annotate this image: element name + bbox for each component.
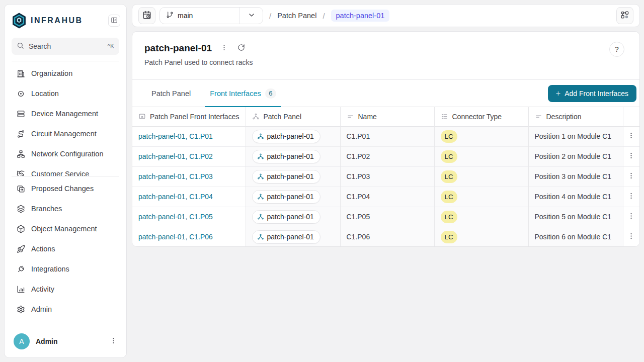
kebab-icon bbox=[627, 192, 635, 201]
network-icon bbox=[17, 150, 25, 158]
chart-icon bbox=[17, 285, 25, 294]
sidebar-item-circuit-management[interactable]: Circuit Management bbox=[5, 124, 126, 144]
help-button[interactable]: ? bbox=[609, 42, 624, 57]
patch-panel-chip[interactable]: patch-panel-01 bbox=[252, 170, 320, 184]
search-shortcut: ^K bbox=[107, 43, 114, 50]
diff-copy-icon bbox=[17, 185, 25, 193]
chip-label: patch-panel-01 bbox=[267, 193, 314, 201]
row-actions-button[interactable] bbox=[625, 150, 637, 162]
logo-wordmark: INFRAHUB bbox=[31, 16, 108, 25]
refresh-button[interactable] bbox=[236, 43, 246, 53]
sidebar-item-proposed-changes[interactable]: Proposed Changes bbox=[5, 178, 126, 199]
branch-selector-value: main bbox=[160, 11, 239, 20]
row-actions-button[interactable] bbox=[625, 191, 637, 203]
column-header-description: Description bbox=[528, 107, 623, 126]
cell-name: C1.P01 bbox=[347, 132, 370, 140]
sidebar-item-branches[interactable]: Branches bbox=[5, 199, 126, 219]
sidebar-item-object-management[interactable]: Object Management bbox=[5, 219, 126, 239]
add-front-interfaces-button[interactable]: + Add Front Interfaces bbox=[548, 85, 636, 102]
patch-panel-chip[interactable]: patch-panel-01 bbox=[252, 230, 320, 244]
object-header: patch-panel-01 Patch Panel used to conne… bbox=[132, 32, 639, 79]
sidebar-item-label: Actions bbox=[31, 245, 55, 253]
branch-selector[interactable]: main bbox=[159, 7, 263, 24]
patch-panel-chip[interactable]: patch-panel-01 bbox=[252, 130, 320, 143]
column-header-label: Patch Panel bbox=[264, 113, 302, 121]
sidebar-item-location[interactable]: Location bbox=[5, 83, 126, 104]
sidebar-item-actions[interactable]: Actions bbox=[5, 239, 126, 259]
plug-icon bbox=[17, 265, 25, 274]
sidebar-item-organization[interactable]: Organization bbox=[5, 63, 126, 83]
sidebar-item-network-configuration[interactable]: Network Configuration bbox=[5, 144, 126, 164]
cell-name: C1.P02 bbox=[347, 152, 370, 160]
sidebar-item-device-management[interactable]: Device Management bbox=[5, 104, 126, 124]
row-actions-button[interactable] bbox=[625, 211, 637, 223]
sidebar-item-customer-service[interactable]: Customer Service bbox=[5, 164, 126, 176]
column-header-name: Name bbox=[340, 107, 434, 126]
column-header-label: Description bbox=[546, 113, 582, 121]
main-panel: patch-panel-01 Patch Panel used to conne… bbox=[132, 31, 640, 247]
title-menu-button[interactable] bbox=[219, 43, 229, 53]
row-actions-button[interactable] bbox=[625, 130, 637, 142]
sidebar-item-integrations[interactable]: Integrations bbox=[5, 259, 126, 279]
page-title: patch-panel-01 bbox=[144, 43, 212, 54]
avatar[interactable]: A bbox=[14, 333, 30, 349]
sidebar-item-label: Integrations bbox=[31, 265, 69, 273]
table-body: patch-panel-01, C1.P01patch-panel-01C1.P… bbox=[132, 126, 639, 247]
table-row: patch-panel-01, C1.P01patch-panel-01C1.P… bbox=[132, 126, 639, 146]
text-icon bbox=[347, 113, 354, 120]
search-input[interactable]: Search ^K bbox=[12, 38, 119, 55]
user-name: Admin bbox=[36, 337, 107, 345]
calendar-clock-icon bbox=[142, 11, 151, 21]
row-link[interactable]: patch-panel-01, C1.P01 bbox=[138, 132, 213, 140]
tab-patch-panel[interactable]: Patch Panel bbox=[146, 80, 196, 107]
row-link[interactable]: patch-panel-01, C1.P03 bbox=[138, 172, 213, 180]
patch-panel-chip[interactable]: patch-panel-01 bbox=[252, 210, 320, 224]
sidebar-collapse-button[interactable] bbox=[108, 15, 120, 27]
sidebar-secondary-menu: Proposed ChangesBranchesObject Managemen… bbox=[5, 176, 126, 321]
connector-type-badge: LC bbox=[441, 150, 457, 163]
table-row: patch-panel-01, C1.P03patch-panel-01C1.P… bbox=[132, 166, 639, 187]
kebab-icon bbox=[220, 44, 228, 53]
list-icon bbox=[441, 113, 448, 120]
tab-front-interfaces[interactable]: Front Interfaces 6 bbox=[205, 80, 281, 107]
sidebar-item-admin[interactable]: Admin bbox=[5, 299, 126, 319]
user-menu-button[interactable] bbox=[107, 335, 119, 347]
connector-type-badge: LC bbox=[441, 170, 457, 183]
chip-label: patch-panel-01 bbox=[267, 213, 314, 221]
row-link[interactable]: patch-panel-01, C1.P05 bbox=[138, 213, 213, 221]
chip-label: patch-panel-01 bbox=[267, 233, 314, 241]
kebab-icon bbox=[627, 212, 635, 221]
graphql-sandbox-button[interactable] bbox=[616, 7, 633, 24]
row-actions-button[interactable] bbox=[625, 170, 637, 183]
chip-label: patch-panel-01 bbox=[267, 152, 314, 160]
row-actions-button[interactable] bbox=[625, 231, 637, 243]
tab-label: Patch Panel bbox=[151, 89, 191, 98]
hierarchy-icon bbox=[257, 153, 264, 160]
tab-count-badge: 6 bbox=[265, 88, 276, 99]
table-header-row: Patch Panel Front InterfacesPatch PanelN… bbox=[132, 107, 639, 126]
cell-description: Position 4 on Module C1 bbox=[535, 193, 612, 201]
breadcrumb-item-patch-panel[interactable]: Patch Panel bbox=[277, 12, 316, 20]
column-header-connector-type: Connector Type bbox=[434, 107, 528, 126]
infrahub-logo-icon bbox=[12, 13, 27, 29]
table-row: patch-panel-01, C1.P05patch-panel-01C1.P… bbox=[132, 207, 639, 227]
connector-type-badge: LC bbox=[441, 211, 457, 223]
row-link[interactable]: patch-panel-01, C1.P04 bbox=[138, 193, 213, 201]
breadcrumb-item-current[interactable]: patch-panel-01 bbox=[331, 10, 390, 22]
text-icon bbox=[535, 113, 542, 120]
kebab-icon bbox=[110, 337, 117, 346]
cell-name: C1.P05 bbox=[347, 213, 370, 221]
route-icon bbox=[17, 130, 25, 138]
cell-description: Position 3 on Module C1 bbox=[535, 172, 612, 180]
branch-selector-toggle[interactable] bbox=[239, 8, 263, 24]
gear-icon bbox=[17, 305, 25, 314]
row-link[interactable]: patch-panel-01, C1.P06 bbox=[138, 233, 213, 241]
time-travel-button[interactable] bbox=[138, 7, 155, 24]
sidebar-item-activity[interactable]: Activity bbox=[5, 279, 126, 299]
sidebar-item-label: Object Management bbox=[31, 225, 97, 233]
sidebar-item-label: Circuit Management bbox=[31, 130, 97, 138]
patch-panel-chip[interactable]: patch-panel-01 bbox=[252, 150, 320, 163]
row-link[interactable]: patch-panel-01, C1.P02 bbox=[138, 152, 213, 160]
sidebar-item-label: Branches bbox=[31, 205, 62, 213]
patch-panel-chip[interactable]: patch-panel-01 bbox=[252, 190, 320, 204]
